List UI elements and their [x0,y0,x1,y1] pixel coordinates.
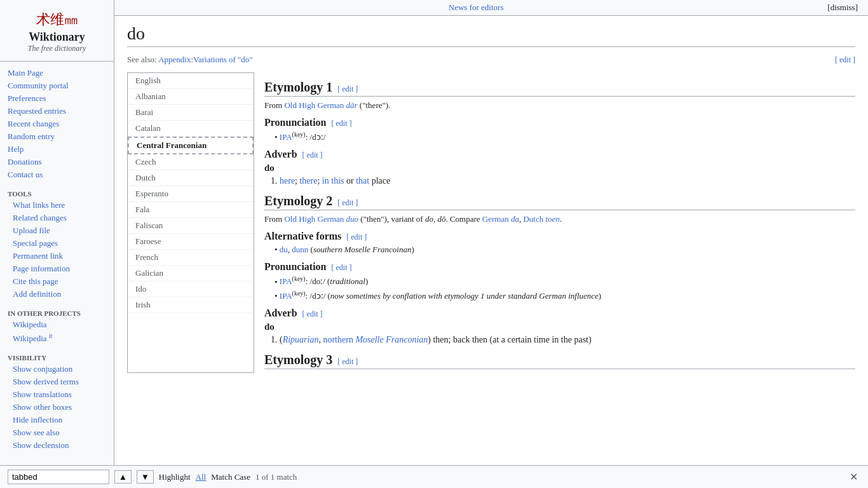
sidebar-item-requested-entries[interactable]: Requested entries [0,105,114,118]
other-projects-title: In other projects [0,306,114,318]
lang-item-fala[interactable]: Fala [128,202,254,218]
highlight-all-button[interactable]: All [196,472,207,482]
ipa-entry-2a: IPA(key): /doː/ (traditional) [275,275,855,287]
see-also-link[interactable]: Appendix:Variations of "do" [158,55,253,64]
sidebar-item-wikipedia[interactable]: Wikipedia [0,318,114,331]
sidebar-item-upload-file[interactable]: Upload file [0,224,114,237]
sidebar-item-recent-changes[interactable]: Recent changes [0,118,114,130]
lang-item-galician[interactable]: Galician [128,266,254,281]
adverb1-definitions: here; there; in this or that place [280,176,855,186]
pronunciation1-title: Pronunciation [264,117,327,128]
da-link[interactable]: da [511,214,519,224]
adverb1-word: do [264,163,855,173]
here-link[interactable]: here [280,176,295,186]
sidebar-item-community-portal[interactable]: Community portal [0,79,114,92]
sidebar-item-show-see-also[interactable]: Show see also [0,426,114,439]
adverb2-definitions: (Ripuarian, northern Moselle Franconian)… [280,335,855,345]
article-layout: English Albanian Barai Catalan Central F… [127,72,855,373]
lang-item-faroese[interactable]: Faroese [128,234,254,250]
moselle-franconian-link[interactable]: Moselle Franconian [355,335,428,344]
lang-item-irish[interactable]: Irish [128,297,254,313]
alt-forms-title: Alternative forms [264,231,341,242]
adverb2-edit[interactable]: [ edit ] [302,309,323,319]
ipa-key-sup-1: (key) [292,131,306,138]
sidebar-item-donations[interactable]: Donations [0,156,114,168]
lang-item-catalan[interactable]: Catalan [128,121,254,137]
sidebar-item-add-definition[interactable]: Add definition [0,288,114,301]
etymology2-edit[interactable]: [ edit ] [337,198,358,208]
news-for-editors-link[interactable]: News for editors [449,3,504,13]
lang-item-english[interactable]: English [128,73,254,89]
sidebar-item-show-derived-terms[interactable]: Show derived terms [0,376,114,388]
sidebar-item-preferences[interactable]: Preferences [0,92,114,105]
sidebar-item-show-declension[interactable]: Show declension [0,439,114,452]
in-link[interactable]: in [322,176,329,186]
dunn-link[interactable]: dunn [292,245,308,254]
duo-link[interactable]: duo [346,214,359,224]
sidebar-item-permanent-link[interactable]: Permanent link [0,250,114,262]
close-search-button[interactable]: ✕ [847,471,860,483]
sidebar-item-what-links-here[interactable]: What links here [0,199,114,212]
ipa-link-1[interactable]: IPA [280,132,292,142]
lang-item-faliscan[interactable]: Faliscan [128,218,254,234]
ripuarian-link[interactable]: Ripuarian [283,335,319,344]
sidebar-item-show-conjugation[interactable]: Show conjugation [0,363,114,376]
article-body: Etymology 1 [ edit ] From Old High Germa… [264,72,855,373]
edit-see-also-link[interactable]: [ edit ] [835,55,855,64]
alt-forms-edit[interactable]: [ edit ] [346,233,367,242]
sidebar-item-contact-us[interactable]: Contact us [0,168,114,181]
sidebar-item-show-translations[interactable]: Show translations [0,388,114,401]
site-subtitle: The free dictionary [3,44,111,53]
adverb2-word: do [264,322,855,332]
ipa-key-sup-2b: (key) [292,290,306,297]
sidebar-item-wikipedia-it[interactable]: Wikipedia it [0,331,114,345]
lang-item-dutch[interactable]: Dutch [128,170,254,186]
du-link[interactable]: du [280,245,288,254]
dar-link[interactable]: dār [346,100,358,110]
sidebar-item-hide-inflection[interactable]: Hide inflection [0,414,114,426]
lang-item-barai[interactable]: Barai [128,105,254,121]
page-content: do See also: Appendix:Variations of "do"… [114,16,868,381]
lang-item-ido[interactable]: Ido [128,281,254,297]
dutch-link[interactable]: Dutch [523,214,543,224]
search-down-button[interactable]: ▼ [137,470,154,484]
sidebar-item-random-entry[interactable]: Random entry [0,130,114,143]
sidebar-item-cite-this-page[interactable]: Cite this page [0,275,114,288]
northern-link[interactable]: northern [323,335,353,344]
pronunciation2-edit[interactable]: [ edit ] [332,263,352,273]
sidebar-tools-group: Tools What links here Related changes Up… [0,186,114,301]
old-high-german-link-2[interactable]: Old High German [284,214,344,224]
pronunciation1-edit[interactable]: [ edit ] [332,119,352,128]
old-high-german-link-1[interactable]: Old High German [284,100,344,110]
search-input[interactable] [8,470,109,484]
etymology1-edit[interactable]: [ edit ] [337,85,358,94]
adverb1-edit[interactable]: [ edit ] [302,151,323,160]
etymology2-from: From Old High German duo ("then"), varia… [264,214,855,224]
site-title: Wiktionary [3,30,111,44]
lang-item-central-franconian[interactable]: Central Franconian [128,137,254,154]
there-link[interactable]: there [299,176,317,186]
sidebar-item-main-page[interactable]: Main Page [0,67,114,79]
see-also-bar: See also: Appendix:Variations of "do" [ … [127,55,855,65]
visibility-title: Visibility [0,350,114,363]
lang-item-esperanto[interactable]: Esperanto [128,186,254,202]
etymology3-edit[interactable]: [ edit ] [337,357,358,367]
lang-item-french[interactable]: French [128,250,254,266]
search-up-button[interactable]: ▲ [114,470,132,484]
dismiss-link[interactable]: [dismiss] [827,3,858,13]
sidebar-visibility-group: Visibility Show conjugation Show derived… [0,350,114,452]
ipa-link-2b[interactable]: IPA [280,291,292,301]
sidebar-item-special-pages[interactable]: Special pages [0,237,114,250]
this-link[interactable]: this [331,176,344,186]
lang-item-czech[interactable]: Czech [128,154,254,170]
pronunciation2-header: Pronunciation [ edit ] [264,261,855,273]
lang-item-albanian[interactable]: Albanian [128,89,254,105]
toen-link[interactable]: toen [545,214,559,224]
ipa-link-2a[interactable]: IPA [280,277,292,287]
sidebar-item-related-changes[interactable]: Related changes [0,212,114,224]
german-link[interactable]: German [482,214,509,224]
that-link[interactable]: that [356,176,369,186]
sidebar-item-show-other-boxes[interactable]: Show other boxes [0,401,114,414]
sidebar-item-page-information[interactable]: Page information [0,262,114,275]
sidebar-item-help[interactable]: Help [0,143,114,156]
